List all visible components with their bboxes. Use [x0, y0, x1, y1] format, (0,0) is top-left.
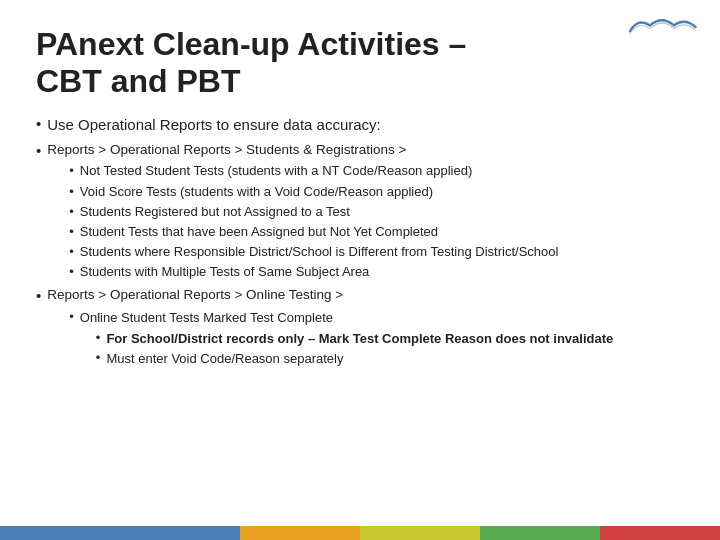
list-item: • Not Tested Student Tests (students wit…: [69, 162, 558, 180]
bullet-2-content: Reports > Operational Reports > Students…: [47, 141, 558, 284]
list-item: • Void Score Tests (students with a Void…: [69, 183, 558, 201]
page: PAnext Clean-up Activities –CBT and PBT …: [0, 0, 720, 540]
list-item: • Students with Multiple Tests of Same S…: [69, 263, 558, 281]
main-bullet-3: • Reports > Operational Reports > Online…: [36, 286, 684, 372]
list-item: • Online Student Tests Marked Test Compl…: [69, 308, 613, 371]
main-bullet-text-1: Use Operational Reports to ensure data a…: [47, 114, 381, 135]
main-bullet-1: • Use Operational Reports to ensure data…: [36, 114, 684, 135]
bar-segment-orange: [240, 526, 360, 540]
bar-segment-blue: [0, 526, 240, 540]
main-bullet-2: • Reports > Operational Reports > Studen…: [36, 141, 684, 284]
content: PAnext Clean-up Activities –CBT and PBT …: [0, 0, 720, 388]
list-item: • For School/District records only – Mar…: [96, 330, 613, 348]
bullet-3-sub: • Online Student Tests Marked Test Compl…: [61, 308, 613, 371]
list-item: • Must enter Void Code/Reason separately: [96, 350, 613, 368]
page-title: PAnext Clean-up Activities –CBT and PBT: [36, 26, 684, 100]
sub-sub-section: • For School/District records only – Mar…: [96, 330, 613, 368]
list-item: • Students where Responsible District/Sc…: [69, 243, 558, 261]
list-item: • Student Tests that have been Assigned …: [69, 223, 558, 241]
bar-segment-green: [480, 526, 600, 540]
bullet-dot-2: •: [36, 142, 41, 159]
list-item: • Students Registered but not Assigned t…: [69, 203, 558, 221]
bullet-2-sub-items: • Not Tested Student Tests (students wit…: [61, 162, 558, 281]
bar-segment-red: [600, 526, 720, 540]
logo-area: [622, 10, 702, 40]
bullet-dot-1: •: [36, 115, 41, 132]
bullet-3-header: Reports > Operational Reports > Online T…: [47, 286, 613, 305]
bar-segment-yellow: [360, 526, 480, 540]
bottom-color-bar: [0, 526, 720, 540]
bullet-3-content: Reports > Operational Reports > Online T…: [47, 286, 613, 372]
bullet-dot-3: •: [36, 287, 41, 304]
bullet-2-header: Reports > Operational Reports > Students…: [47, 141, 558, 160]
